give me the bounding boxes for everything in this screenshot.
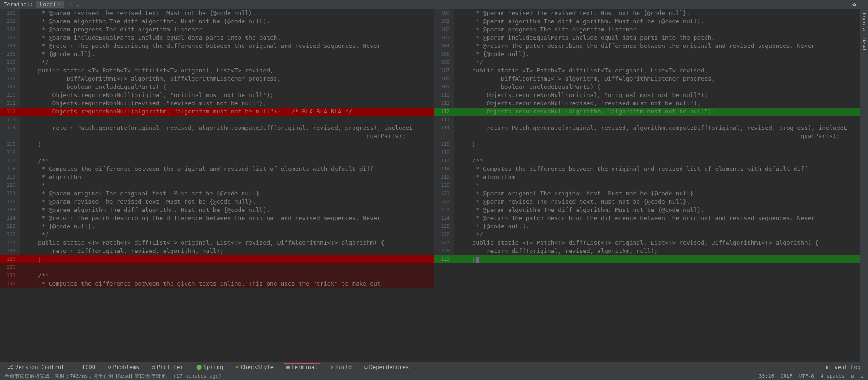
code-line[interactable]: 110 Objects.requireNonNull(original, "or… (434, 91, 868, 99)
code-line[interactable]: 119 * algorithm (434, 173, 868, 181)
read-tool[interactable]: Read (861, 38, 867, 51)
code-line[interactable]: 121 * @param original The original text.… (0, 190, 434, 198)
code-line[interactable]: 106 */ (0, 58, 434, 67)
left-code-area[interactable]: 100 * @param revised The revised text. M… (0, 9, 434, 362)
code-line[interactable]: 105 * {@code null}. (434, 50, 868, 58)
close-tab-icon[interactable]: × (58, 2, 61, 7)
code-line[interactable]: 123 * @param algorithm The diff algorith… (434, 206, 868, 214)
checkstyle-tool[interactable]: ✔ CheckStyle (233, 363, 276, 371)
terminal-tool[interactable]: ▣ Terminal (284, 363, 320, 371)
code-line[interactable]: 107 public static <T> Patch<T> diff(List… (0, 67, 434, 75)
code-text: * (20, 181, 434, 190)
code-text: Objects.requireNonNull(algorithm, "algor… (454, 108, 868, 116)
code-line[interactable]: 127 public static <T> Patch<T> diff(List… (0, 239, 434, 247)
code-line[interactable]: 115 } (0, 140, 434, 149)
code-line[interactable]: 117 /** (434, 157, 868, 165)
code-line[interactable]: 128 return diff(original, revised, algor… (0, 247, 434, 255)
code-line[interactable]: 128 return diff(original, revised, algor… (434, 247, 868, 255)
line-separator[interactable]: CRLF (780, 373, 793, 379)
code-line[interactable]: 126 */ (0, 231, 434, 239)
goto-line-icon[interactable]: ⊡ (851, 373, 854, 379)
code-line[interactable]: 126 */ (434, 231, 868, 239)
code-line[interactable]: 130 (0, 263, 434, 272)
code-line[interactable]: 103 * @param includeEqualParts Include e… (434, 34, 868, 42)
tab-dropdown-icon[interactable]: ⌄ (77, 2, 79, 7)
code-line[interactable]: 123 * @param algorithm The diff algorith… (0, 206, 434, 214)
code-line[interactable]: 118 * Computes the difference between th… (434, 165, 868, 173)
code-line[interactable]: 108 DiffAlgorithmI<T> algorithm, DiffAlg… (0, 75, 434, 83)
code-line[interactable]: 122 * @param revised The revised text. M… (434, 198, 868, 206)
code-line[interactable]: 121 * @param original The original text.… (434, 190, 868, 198)
code-line[interactable]: 104 * @return The patch describing the d… (0, 42, 434, 50)
code-line[interactable]: 114 return Patch.generate(original, revi… (0, 124, 434, 132)
code-line[interactable]: 100 * @param revised The revised text. M… (434, 9, 868, 17)
line-number: 126 (0, 231, 20, 239)
code-line[interactable]: 111 Objects.requireNonNull(revised, "rev… (0, 99, 434, 108)
code-line[interactable]: 113 (434, 116, 868, 124)
code-text: * @param revised The revised text. Must … (20, 9, 434, 17)
code-line[interactable]: 107 public static <T> Patch<T> diff(List… (434, 67, 868, 75)
line-number: 102 (434, 26, 454, 34)
code-line[interactable]: 119 * algorithm (0, 173, 434, 181)
settings-icon[interactable]: ✿ (852, 1, 856, 8)
code-line[interactable]: 109 boolean includeEqualParts) { (434, 83, 868, 91)
code-line[interactable]: 101 * @param algorithm The diff algorith… (0, 17, 434, 26)
event-log-tool[interactable]: ◧ Event Log (823, 363, 863, 371)
add-tab-icon[interactable]: + (69, 1, 73, 8)
code-line[interactable]: 131 /** (0, 272, 434, 280)
code-line[interactable]: 120 * (0, 181, 434, 190)
minimize-icon[interactable]: — (861, 1, 864, 8)
code-line[interactable]: 116 (434, 149, 868, 157)
code-line[interactable]: 103 * @param includeEqualParts Include e… (0, 34, 434, 42)
encoding[interactable]: UTF-8 (799, 373, 814, 379)
code-line[interactable]: 129 } (0, 255, 434, 263)
spring-tool[interactable]: ⬤ Spring (193, 363, 226, 371)
code-line[interactable]: 101 * @param algorithm The diff algorith… (434, 17, 868, 26)
build-tool[interactable]: ⚒ Build (327, 363, 354, 371)
code-line[interactable]: 132 * Computes the difference between th… (0, 280, 434, 288)
problems-tool[interactable]: ⊘ Problems (105, 363, 142, 371)
code-line[interactable]: 124 * @return The patch describing the d… (0, 214, 434, 222)
code-line[interactable]: 112 Objects.requireNonNull(algorithm, "a… (0, 108, 434, 116)
code-text: Objects.requireNonNull(algorithm, "algor… (20, 108, 434, 116)
code-line[interactable]: 112 Objects.requireNonNull(algorithm, "a… (434, 108, 868, 116)
code-line[interactable]: qualParts); (434, 132, 868, 140)
code-line[interactable]: 114 return Patch.generate(original, revi… (434, 124, 868, 132)
code-line[interactable]: 127 public static <T> Patch<T> diff(List… (434, 239, 868, 247)
code-line[interactable]: 106 */ (434, 58, 868, 67)
code-line[interactable]: 117 /** (0, 157, 434, 165)
code-line[interactable]: 113 (0, 116, 434, 124)
indent-setting[interactable]: 4 spaces (821, 373, 845, 379)
profiler-tool[interactable]: ◔ Profiler (149, 363, 186, 371)
code-line[interactable]: 120 * (434, 181, 868, 190)
code-line[interactable]: 104 * @return The patch describing the d… (434, 42, 868, 50)
code-line[interactable]: 116 (0, 149, 434, 157)
code-line[interactable]: 122 * @param revised The revised text. M… (0, 198, 434, 206)
todo-tool[interactable]: ≡ TODO (74, 363, 98, 371)
code-line[interactable]: 100 * @param revised The revised text. M… (0, 9, 434, 17)
code-line[interactable]: 109 boolean includeEqualParts) { (0, 83, 434, 91)
code-line[interactable]: 108 DiffAlgorithmI<T> algorithm, DiffAlg… (434, 75, 868, 83)
code-line[interactable]: 129 } (434, 255, 868, 263)
code-line[interactable]: 125 * {@code null}. (434, 222, 868, 231)
version-control-tool[interactable]: ⎇ Version Control (5, 363, 67, 371)
codota-tool[interactable]: Codota (861, 13, 867, 31)
code-line[interactable]: 124 * @return The patch describing the d… (434, 214, 868, 222)
code-line[interactable]: 105 * {@code null}. (0, 50, 434, 58)
code-line[interactable]: 110 Objects.requireNonNull(original, "or… (0, 91, 434, 99)
cursor-position[interactable]: 35:26 (759, 373, 774, 379)
code-line[interactable]: 111 Objects.requireNonNull(revised, "rev… (434, 99, 868, 108)
diff-view: 100 * @param revised The revised text. M… (0, 9, 868, 362)
right-code-area[interactable]: 100 * @param revised The revised text. M… (434, 9, 868, 362)
code-line[interactable]: qualParts); (0, 132, 434, 140)
code-line[interactable]: 102 * @param progress The diff algorithm… (434, 26, 868, 34)
line-number: 127 (434, 239, 454, 247)
code-line[interactable]: 125 * {@code null}. (0, 222, 434, 231)
dependencies-tool[interactable]: ⊞ Dependencies (362, 363, 411, 371)
code-line[interactable]: 102 * @param progress The diff algorithm… (0, 26, 434, 34)
terminal-tab-local[interactable]: Local × (36, 1, 64, 8)
code-line[interactable]: 118 * Computes the difference between th… (0, 165, 434, 173)
line-number: 106 (434, 58, 454, 67)
code-line[interactable]: 115 } (434, 140, 868, 149)
chat-icon[interactable]: ☁ (860, 373, 863, 379)
